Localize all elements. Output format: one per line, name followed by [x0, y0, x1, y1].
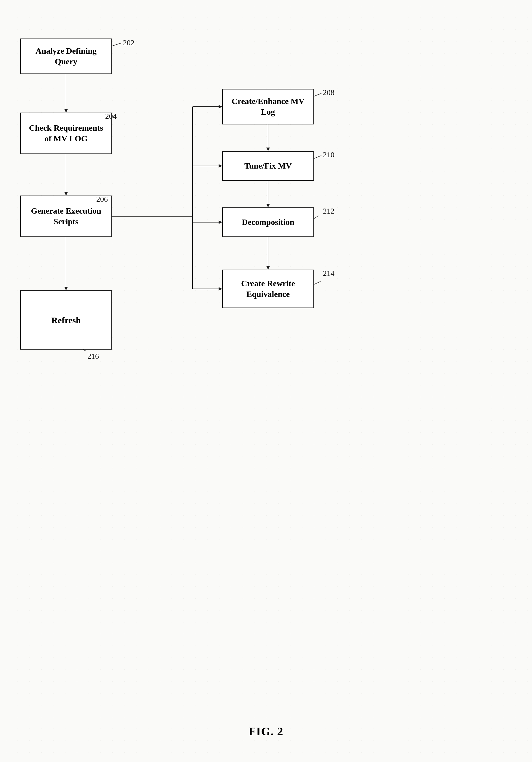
svg-marker-3: [64, 192, 68, 195]
box-check-requirements: Check Requirements of MV LOG: [20, 113, 112, 154]
box-refresh: Refresh: [20, 290, 112, 349]
svg-marker-15: [219, 287, 222, 291]
box-create-enhance-mv-log: Create/Enhance MV Log: [222, 89, 314, 124]
ref-202: 202: [123, 38, 134, 47]
svg-line-29: [314, 281, 321, 284]
svg-marker-19: [266, 204, 270, 207]
box-analyze-defining-query: Analyze Defining Query: [20, 38, 112, 74]
ref-214: 214: [323, 269, 335, 278]
ref-206: 206: [96, 195, 108, 204]
box-decomposition: Decomposition: [222, 207, 314, 237]
svg-line-27: [314, 156, 321, 159]
ref-208: 208: [323, 88, 335, 97]
svg-marker-13: [219, 220, 222, 224]
figure-label: FIG. 2: [249, 724, 283, 738]
page: Analyze Defining Query 202 Check Require…: [0, 0, 532, 762]
box-create-rewrite-equivalence: Create Rewrite Equivalence: [222, 269, 314, 308]
svg-marker-5: [64, 287, 68, 290]
ref-212: 212: [323, 207, 335, 216]
svg-marker-11: [219, 164, 222, 168]
svg-line-28: [314, 216, 318, 219]
ref-204: 204: [105, 112, 117, 121]
ref-210: 210: [323, 150, 335, 159]
svg-marker-9: [219, 105, 222, 109]
svg-marker-1: [64, 109, 68, 113]
svg-line-26: [314, 93, 321, 96]
box-tune-fix-mv: Tune/Fix MV: [222, 151, 314, 181]
ref-216: 216: [87, 352, 99, 361]
svg-marker-21: [266, 266, 270, 269]
svg-marker-17: [266, 148, 270, 151]
